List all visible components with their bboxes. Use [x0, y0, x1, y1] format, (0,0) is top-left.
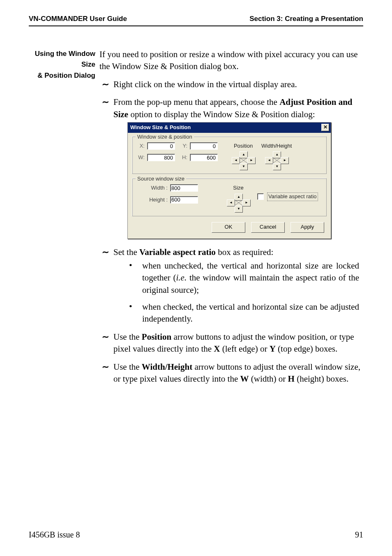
group2-legend: Source window size: [136, 175, 186, 183]
x-input[interactable]: [147, 142, 175, 150]
footer-page-number: 91: [355, 530, 363, 540]
src-height-input[interactable]: [170, 196, 198, 204]
step-3-bullet-1: when unchecked, the vertical and horizon…: [113, 260, 363, 296]
w-input[interactable]: [147, 154, 175, 161]
body-column: If you need to position or resize a wind…: [99, 49, 363, 391]
margin-heading-l2: & Position Dialog: [29, 70, 95, 81]
margin-heading-l1: Using the Window Size: [29, 49, 95, 70]
size-down-button[interactable]: ▼: [235, 206, 243, 213]
step-3: Set the Variable aspect ratio box as req…: [99, 246, 363, 325]
dialog-close-button[interactable]: ✕: [321, 124, 329, 131]
header-rule: [29, 25, 363, 26]
group-window-size-position: Window size & position X: Y: W:: [132, 136, 327, 174]
position-down-button[interactable]: ▼: [240, 163, 248, 170]
window-size-position-dialog: Window Size & Position ✕ Window size & p…: [127, 122, 331, 239]
h-label: H:: [179, 154, 188, 161]
size-dpad: ▲ ◄ ► ▼: [227, 194, 250, 212]
src-height-label: Height :: [145, 196, 168, 204]
group-source-window-size: Source window size Width : Height :: [132, 178, 327, 216]
wh-down-button[interactable]: ▼: [273, 163, 281, 170]
size-caption: Size: [233, 184, 243, 192]
x-label: X:: [136, 142, 145, 150]
y-label: Y:: [179, 142, 188, 150]
header-right: Section 3: Creating a Presentation: [249, 15, 363, 23]
variable-aspect-ratio-checkbox[interactable]: [257, 193, 264, 200]
step-5: Use the Width/Height arrow buttons to ad…: [99, 361, 363, 385]
intro-para: If you need to position or resize a wind…: [99, 49, 363, 73]
ok-button[interactable]: OK: [212, 222, 245, 233]
position-right-button[interactable]: ►: [247, 157, 256, 164]
group1-legend: Window size & position: [136, 133, 194, 141]
dialog-titlebar: Window Size & Position ✕: [128, 123, 331, 133]
page-header: VN-COMMANDER User Guide Section 3: Creat…: [29, 15, 363, 23]
position-dpad: ▲ ◄ ► ▼: [232, 151, 255, 169]
margin-heading: Using the Window Size & Position Dialog: [29, 49, 99, 391]
step-4: Use the Position arrow buttons to adjust…: [99, 331, 363, 355]
size-right-button[interactable]: ►: [242, 199, 251, 206]
h-input[interactable]: [190, 154, 218, 161]
widthheight-dpad: ▲ ◄ ► ▼: [265, 151, 288, 169]
page-footer: I456GB issue 8 91: [29, 530, 363, 540]
cancel-button[interactable]: Cancel: [251, 222, 285, 233]
variable-aspect-ratio-label: Variable aspect ratio: [267, 192, 318, 201]
header-left: VN-COMMANDER User Guide: [29, 15, 127, 23]
src-width-input[interactable]: [170, 184, 198, 192]
w-label: W:: [136, 154, 145, 161]
position-caption: Position: [234, 142, 253, 150]
dialog-title-text: Window Size & Position: [130, 124, 191, 131]
step-1: Right click on the window in the virtual…: [99, 79, 363, 90]
widthheight-caption: Width/Height: [261, 142, 292, 150]
step-3-bullet-2: when checked, the vertical and horizonta…: [113, 301, 363, 325]
size-left-button[interactable]: ◄: [227, 199, 235, 206]
apply-button[interactable]: Apply: [291, 222, 324, 233]
wh-right-button[interactable]: ►: [281, 157, 289, 164]
position-left-button[interactable]: ◄: [232, 157, 240, 164]
y-input[interactable]: [190, 142, 218, 150]
footer-left: I456GB issue 8: [29, 530, 80, 540]
src-width-label: Width :: [145, 184, 168, 192]
step-2: From the pop-up menu that appears, choos…: [99, 96, 363, 239]
